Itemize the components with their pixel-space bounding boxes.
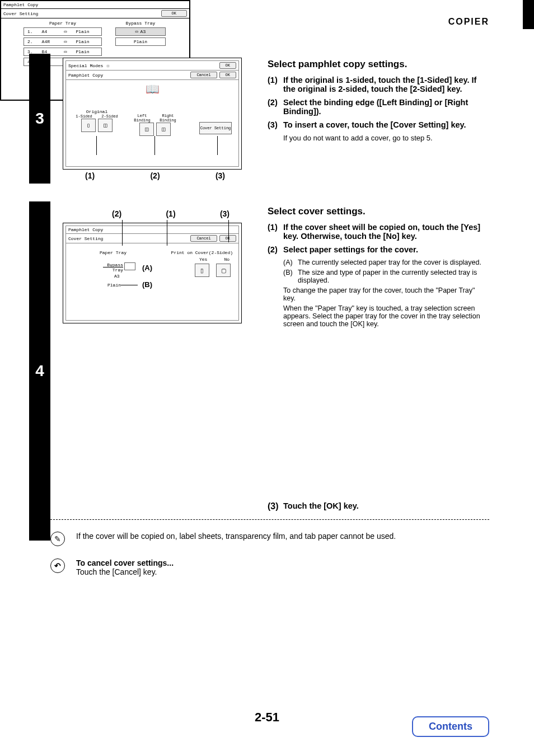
lbl-B: (B) — [283, 269, 298, 284]
label-left-binding: Left Binding — [130, 114, 154, 123]
bypass-type-row[interactable]: Plain — [115, 37, 166, 46]
label-A: (A) — [142, 264, 152, 272]
label-plain: Plain — [107, 283, 121, 288]
book-icon: 📖 — [146, 82, 160, 96]
text-4-3: Touch the [OK] key. — [283, 501, 483, 511]
one-sided-button[interactable]: ▯ — [81, 119, 96, 132]
note-3-3: If you do not want to add a cover, go to… — [283, 134, 483, 142]
label-right-binding: Right Binding — [156, 114, 180, 123]
label-1sided: 1-Sided — [72, 114, 96, 119]
text-3-3: To insert a cover, touch the [Cover Sett… — [283, 120, 466, 129]
tray-row[interactable]: 1.A4▭Plain — [24, 27, 102, 36]
callout-1: (1) — [85, 171, 95, 180]
step-number-4-bar: 4 — [29, 201, 50, 541]
paper-tray-header: Paper Tray — [24, 21, 102, 26]
heading-step4: Select cover settings. — [268, 206, 483, 217]
right-binding-button[interactable]: ◫ — [156, 123, 171, 136]
note-row-cancel: ↶ To cancel cover settings... Touch the … — [50, 558, 487, 576]
label-pamphlet-4b: Pamphlet Copy — [3, 2, 38, 7]
callout-3: (3) — [216, 171, 225, 180]
label-pamphlet-4a: Pamphlet Copy — [68, 227, 103, 232]
step-number-3: 3 — [29, 54, 50, 184]
lbl-A: (A) — [283, 259, 298, 266]
label-cover-4b: Cover Setting — [3, 11, 38, 16]
bypass-tray-box[interactable] — [124, 262, 135, 270]
contents-button[interactable]: Contents — [412, 716, 489, 737]
bypass-size-row[interactable]: ▭A3 — [115, 27, 166, 36]
row-special-modes: Special Modes ☐ OK — [66, 61, 238, 71]
callout-2: (2) — [150, 171, 160, 180]
instructions-step-3: Select pamphlet copy settings. (1)If the… — [268, 59, 483, 142]
row-pamphlet-copy: Pamphlet Copy Cancel OK — [66, 71, 238, 80]
heading-step3: Select pamphlet copy settings. — [268, 59, 483, 70]
label-cover-setting-4a: Cover Setting — [68, 236, 103, 241]
yes-button[interactable]: ▯ — [195, 264, 209, 277]
ok-button-top[interactable]: OK — [219, 62, 236, 69]
label-pamphlet-copy: Pamphlet Copy — [68, 73, 103, 78]
corner-marker — [523, 0, 534, 29]
num-3-1: (1) — [268, 76, 283, 93]
bypass-tray-header: Bypass Tray — [115, 21, 166, 26]
cancel-4a-button[interactable]: Cancel — [190, 235, 217, 242]
ok-button[interactable]: OK — [219, 72, 236, 78]
label-a3: A3 — [114, 274, 120, 279]
separator-dashed — [45, 519, 489, 520]
cancel-button[interactable]: Cancel — [190, 72, 217, 78]
text-4-2A: The currently selected paper tray for th… — [298, 259, 481, 266]
num-4-1: (1) — [268, 223, 283, 241]
callout4-2: (2) — [112, 209, 121, 218]
label-special-modes: Special Modes — [68, 63, 103, 68]
ok-4b-button[interactable]: OK — [161, 10, 187, 17]
pencil-icon: ✎ — [50, 532, 65, 546]
num-3-2: (2) — [268, 98, 283, 116]
row-cover-setting-4a: Cover Setting Cancel OK — [66, 234, 238, 243]
left-binding-button[interactable]: ◫ — [139, 123, 154, 136]
text-3-2: Select the binding edge ([Left Binding] … — [283, 98, 483, 116]
cancel-icon: ↶ — [50, 558, 65, 573]
instructions-step-4: Select cover settings. (1)If the cover s… — [268, 206, 483, 330]
num-4-2: (2) — [268, 245, 283, 254]
no-button[interactable]: ▢ — [216, 264, 231, 277]
note-1-text: If the cover will be copied on, label sh… — [76, 532, 396, 541]
num-3-3: (3) — [268, 120, 283, 129]
label-yes: Yes — [199, 257, 207, 262]
two-sided-button[interactable]: ◫ — [98, 119, 113, 132]
label-no: No — [224, 257, 229, 262]
cancel-body: Touch the [Cancel] key. — [76, 567, 174, 576]
screen-cover-setting: Pamphlet Copy Cover Setting Cancel OK Pa… — [63, 223, 242, 323]
cover-setting-button[interactable]: Cover Setting — [199, 122, 232, 134]
ok-4a-button[interactable]: OK — [219, 235, 236, 242]
step-number-3-bar: 3 — [29, 54, 50, 184]
label-B: (B) — [142, 280, 152, 289]
text-3-1: If the original is 1-sided, touch the [1… — [283, 76, 483, 93]
step-number-4: 4 — [29, 201, 50, 541]
callout4-1: (1) — [166, 209, 175, 218]
text-4-1: If the cover sheet will be copied on, to… — [283, 223, 483, 241]
note-row-1: ✎ If the cover will be copied on, label … — [50, 532, 487, 546]
screen-pamphlet-copy: Special Modes ☐ OK Pamphlet Copy Cancel … — [63, 58, 242, 170]
section-title: COPIER — [448, 17, 489, 27]
num-4-3: (3) — [268, 501, 283, 511]
callout4-3: (3) — [220, 209, 229, 218]
label-2sided: 2-Sided — [97, 114, 122, 119]
tray-row[interactable]: 2.A4R▭Plain — [24, 37, 102, 46]
label-original: Original — [72, 109, 122, 114]
row-pamphlet-4a: Pamphlet Copy — [66, 226, 238, 234]
text-4-2: Select paper settings for the cover. — [283, 245, 483, 254]
text-4-2p2: When the "Paper Tray" key is touched, a … — [283, 304, 483, 328]
text-4-2B: The size and type of paper in the curren… — [298, 269, 483, 284]
label-paper-tray: Paper Tray — [100, 250, 127, 255]
cancel-heading: To cancel cover settings... — [76, 558, 174, 567]
label-print-on-cover: Print on Cover(2-Sided) — [171, 250, 233, 255]
label-bypass-tray: Bypass Tray — [95, 262, 123, 273]
text-4-2p1: To change the paper tray for the cover, … — [283, 287, 483, 302]
